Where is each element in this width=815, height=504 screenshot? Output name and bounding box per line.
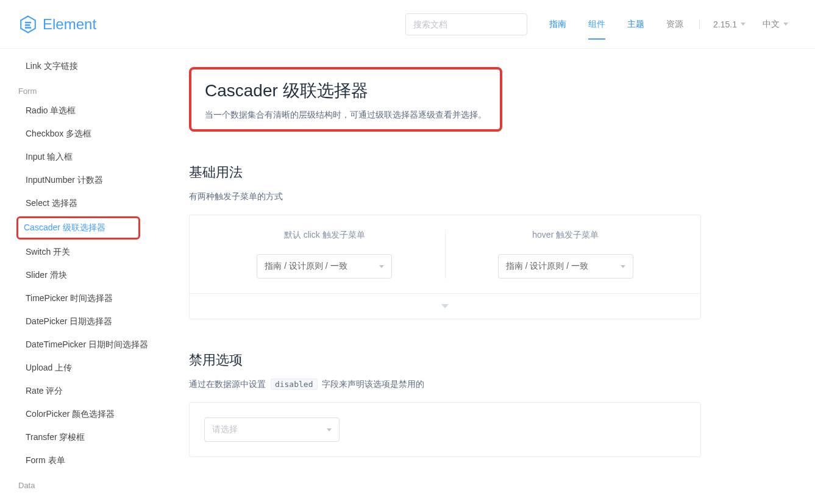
cascader-value: 指南 / 设计原则 / 一致 [506,261,588,272]
cascader-click[interactable]: 指南 / 设计原则 / 一致 [257,254,392,279]
sidebar-item-datetimepicker[interactable]: DateTimePicker 日期时间选择器 [18,333,165,357]
sidebar-category-form: Form [18,78,165,99]
version-dropdown[interactable]: 2.15.1 [705,20,754,29]
demo-col-click: 默认 click 触发子菜单 指南 / 设计原则 / 一致 [204,230,445,279]
demo-body: 默认 click 触发子菜单 指南 / 设计原则 / 一致 hover 触发子菜… [190,215,700,293]
chevron-down-icon [783,23,788,26]
sidebar-item-inputnumber[interactable]: InputNumber 计数器 [18,169,165,192]
logo[interactable]: Element [18,15,96,34]
chevron-down-icon [327,428,332,431]
sidebar-category-data: Data [18,472,165,494]
sidebar-item-link[interactable]: Link 文字链接 [18,55,165,78]
demo-expand-toggle[interactable] [190,293,700,319]
nav-theme[interactable]: 主题 [616,0,655,49]
demo-block-basic: 默认 click 触发子菜单 指南 / 设计原则 / 一致 hover 触发子菜… [189,215,701,319]
cascader-disabled-demo[interactable]: 请选择 [204,417,340,442]
page-title-highlight: Cascader 级联选择器 当一个数据集合有清晰的层级结构时，可通过级联选择器… [189,67,502,132]
sidebar-item-form[interactable]: Form 表单 [18,449,165,472]
sidebar-item-input[interactable]: Input 输入框 [18,146,165,169]
demo-label-hover: hover 触发子菜单 [532,230,599,241]
chevron-down-icon [379,265,384,268]
sub-post: 字段来声明该选项是禁用的 [322,379,424,389]
sidebar-item-transfer[interactable]: Transfer 穿梭框 [18,426,165,449]
sub-code: disabled [271,378,318,390]
cascader-placeholder: 请选择 [212,424,238,435]
lang-label: 中文 [763,19,780,30]
element-logo-icon [18,15,38,34]
sub-pre: 通过在数据源中设置 [189,379,266,389]
nav-resource[interactable]: 资源 [655,0,694,49]
separator [699,20,700,29]
sidebar-item-cascader[interactable]: Cascader 级联选择器 [16,216,140,240]
demo-col-hover: hover 触发子菜单 指南 / 设计原则 / 一致 [445,230,686,279]
caret-down-icon [441,304,449,308]
sidebar-item-radio[interactable]: Radio 单选框 [18,99,165,122]
page-subtitle: 当一个数据集合有清晰的层级结构时，可通过级联选择器逐级查看并选择。 [205,110,486,121]
nav-guide[interactable]: 指南 [538,0,577,49]
demo-block-disabled: 请选择 [189,402,701,457]
sidebar-item-timepicker[interactable]: TimePicker 时间选择器 [18,287,165,310]
page-title: Cascader 级联选择器 [205,79,486,102]
sidebar-item-slider[interactable]: Slider 滑块 [18,264,165,287]
version-label: 2.15.1 [713,20,737,29]
search-input[interactable] [405,13,527,35]
nav-component[interactable]: 组件 [577,0,616,49]
section-disabled-title: 禁用选项 [189,351,701,369]
sidebar-item-colorpicker[interactable]: ColorPicker 颜色选择器 [18,403,165,426]
brand-name: Element [43,16,96,33]
header: Element 指南 组件 主题 资源 2.15.1 中文 [0,0,815,49]
sidebar-item-select[interactable]: Select 选择器 [18,192,165,215]
sidebar-item-switch[interactable]: Switch 开关 [18,241,165,264]
layout: Link 文字链接 Form Radio 单选框 Checkbox 多选框 In… [0,49,815,504]
sidebar-item-upload[interactable]: Upload 上传 [18,357,165,380]
section-basic-sub: 有两种触发子菜单的方式 [189,191,701,202]
sidebar-item-checkbox[interactable]: Checkbox 多选框 [18,122,165,146]
header-right: 指南 组件 主题 资源 2.15.1 中文 [405,0,797,49]
lang-dropdown[interactable]: 中文 [754,19,797,30]
chevron-down-icon [621,265,625,268]
sidebar-item-datepicker[interactable]: DatePicker 日期选择器 [18,310,165,333]
cascader-value: 指南 / 设计原则 / 一致 [265,261,347,272]
sidebar-item-rate[interactable]: Rate 评分 [18,380,165,403]
main-content: Cascader 级联选择器 当一个数据集合有清晰的层级结构时，可通过级联选择器… [165,49,725,504]
section-basic-title: 基础用法 [189,163,701,182]
cascader-hover[interactable]: 指南 / 设计原则 / 一致 [498,254,633,279]
sidebar[interactable]: Link 文字链接 Form Radio 单选框 Checkbox 多选框 In… [0,49,165,504]
demo-body: 请选择 [190,403,700,456]
chevron-down-icon [741,23,746,26]
section-disabled-sub: 通过在数据源中设置 disabled 字段来声明该选项是禁用的 [189,379,701,390]
demo-label-click: 默认 click 触发子菜单 [284,230,365,241]
